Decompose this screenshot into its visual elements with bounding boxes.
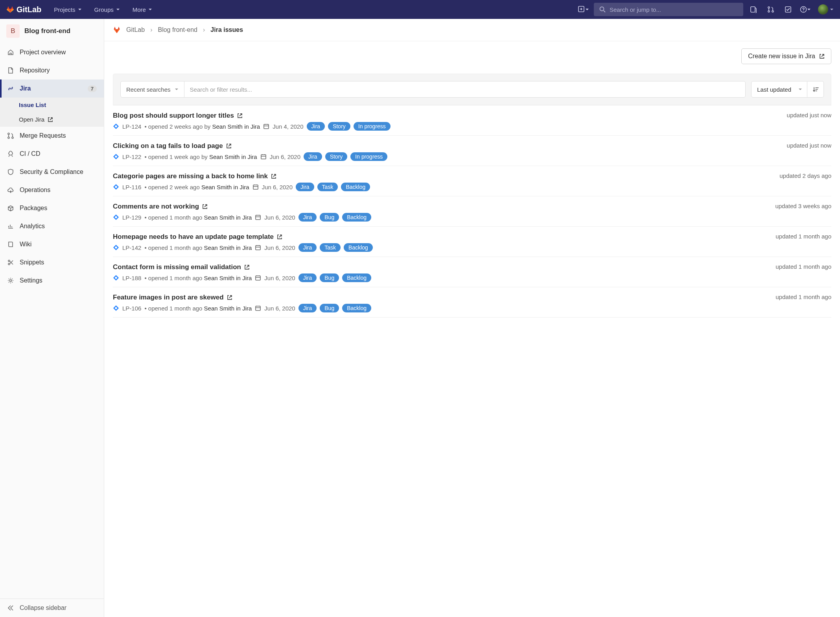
issue-tag[interactable]: Jira (298, 304, 317, 312)
issue-tag[interactable]: In progress (350, 152, 387, 161)
svg-point-12 (8, 263, 10, 265)
global-search[interactable] (594, 3, 743, 16)
sidebar-item-ci-cd[interactable]: CI / CD (0, 145, 104, 163)
issue-title-text: Comments are not working (113, 203, 199, 211)
issue-tag[interactable]: Story (325, 152, 348, 161)
sidebar-item-label: Analytics (20, 223, 45, 230)
issue-tag[interactable]: Task (317, 183, 338, 191)
sidebar-subitem-issue-list[interactable]: Issue List (0, 98, 104, 112)
nav-projects[interactable]: Projects (49, 0, 86, 19)
gitlab-tanuki-icon (6, 6, 14, 13)
main-content: GitLab › Blog front-end › Jira issues Cr… (104, 19, 840, 617)
sidebar-item-snippets[interactable]: Snippets (0, 253, 104, 272)
issue-key[interactable]: LP-129 (122, 214, 141, 221)
gitlab-logo[interactable]: GitLab (6, 5, 41, 14)
issue-tag[interactable]: Backlog (341, 183, 370, 191)
sidebar-item-label: CI / CD (20, 150, 40, 157)
todos-shortcut[interactable] (781, 0, 795, 19)
issue-tag[interactable]: Backlog (344, 243, 373, 252)
chevron-down-icon (116, 7, 120, 11)
create-jira-issue-button[interactable]: Create new issue in Jira (741, 48, 831, 64)
issue-tag[interactable]: Jira (296, 183, 314, 191)
issue-title-link[interactable]: Comments are not working (113, 203, 775, 211)
sidebar-item-analytics[interactable]: Analytics (0, 217, 104, 235)
svg-point-3 (768, 7, 770, 8)
recent-searches-dropdown[interactable]: Recent searches (120, 81, 184, 98)
crumb-project[interactable]: Blog front-end (158, 26, 197, 33)
sidebar-item-packages[interactable]: Packages (0, 199, 104, 217)
sidebar-item-jira[interactable]: Jira7 (0, 79, 104, 98)
sidebar-subitem-label: Issue List (19, 102, 46, 108)
crumb-root[interactable]: GitLab (126, 26, 145, 33)
issues-shortcut[interactable] (746, 0, 761, 19)
issue-tag[interactable]: Bug (320, 304, 339, 312)
nav-more[interactable]: More (128, 0, 157, 19)
plus-dropdown[interactable] (577, 0, 591, 19)
nav-groups-label: Groups (94, 6, 114, 13)
issue-title-link[interactable]: Clicking on a tag fails to load page (113, 142, 787, 150)
create-jira-issue-label: Create new issue in Jira (748, 53, 815, 60)
issue-tag[interactable]: Jira (304, 152, 322, 161)
issue-opened-text: • opened 2 week ago Sean Smith in Jira (144, 184, 249, 190)
global-search-input[interactable] (610, 6, 738, 13)
issue-title-link[interactable]: Contact form is missing email validation (113, 263, 776, 271)
user-menu[interactable] (816, 4, 834, 15)
issue-row: Homepage needs to have an update page te… (113, 227, 831, 257)
scissors-icon (7, 259, 14, 266)
svg-rect-34 (256, 306, 260, 310)
svg-point-9 (8, 137, 9, 139)
issue-key[interactable]: LP-142 (122, 244, 141, 251)
issue-key[interactable]: LP-106 (122, 305, 141, 312)
issue-tag[interactable]: Bug (320, 273, 339, 282)
project-name: Blog front-end (24, 27, 70, 35)
issue-tag[interactable]: Bug (320, 213, 339, 222)
issue-opened-text: • opened 2 weeks ago by Sean Smith in Ji… (144, 123, 260, 130)
issue-title-text: Homepage needs to have an update page te… (113, 233, 274, 241)
issue-tag[interactable]: Jira (307, 122, 325, 131)
sort-dropdown[interactable]: Last updated (751, 81, 807, 98)
project-header[interactable]: B Blog front-end (0, 19, 104, 43)
issue-key[interactable]: LP-122 (122, 153, 141, 160)
chart-icon (7, 223, 14, 230)
nav-more-label: More (133, 6, 146, 13)
external-link-icon (226, 143, 232, 149)
external-link-icon (48, 117, 53, 122)
sidebar-item-project-overview[interactable]: Project overview (0, 43, 104, 61)
sidebar-item-operations[interactable]: Operations (0, 181, 104, 199)
sidebar-item-merge-requests[interactable]: Merge Requests (0, 127, 104, 145)
nav-groups[interactable]: Groups (90, 0, 125, 19)
issue-tag[interactable]: In progress (354, 122, 391, 131)
chevron-down-icon (78, 7, 82, 11)
issue-tag[interactable]: Story (328, 122, 350, 131)
issue-title-link[interactable]: Categorie pages are missing a back to ho… (113, 172, 779, 180)
issue-tag[interactable]: Backlog (342, 304, 371, 312)
sidebar-item-security-compliance[interactable]: Security & Compliance (0, 163, 104, 181)
issue-tag[interactable]: Backlog (342, 213, 371, 222)
issue-row: Categorie pages are missing a back to ho… (113, 166, 831, 196)
issue-tag[interactable]: Jira (298, 273, 317, 282)
sort-direction-button[interactable] (807, 81, 824, 98)
collapse-sidebar[interactable]: Collapse sidebar (0, 599, 104, 617)
sidebar-subitem-open-jira[interactable]: Open Jira (0, 112, 104, 127)
issue-tag[interactable]: Jira (298, 213, 317, 222)
issue-key[interactable]: LP-124 (122, 123, 141, 130)
book-icon (7, 241, 14, 248)
issue-title-link[interactable]: Homepage needs to have an update page te… (113, 233, 776, 241)
issue-tag[interactable]: Backlog (342, 273, 371, 282)
issue-key[interactable]: LP-116 (122, 184, 141, 190)
issue-row: Blog post should support longer titles L… (113, 105, 831, 136)
mr-shortcut[interactable] (764, 0, 778, 19)
help-dropdown[interactable] (798, 0, 812, 19)
sidebar-item-repository[interactable]: Repository (0, 61, 104, 79)
sidebar-item-wiki[interactable]: Wiki (0, 235, 104, 253)
sidebar-item-settings[interactable]: Settings (0, 272, 104, 290)
issue-tag[interactable]: Jira (298, 243, 317, 252)
svg-rect-2 (751, 7, 755, 12)
issue-title-link[interactable]: Blog post should support longer titles (113, 112, 787, 120)
issue-date: Jun 6, 2020 (270, 153, 300, 160)
issue-key[interactable]: LP-188 (122, 275, 141, 281)
chevron-down-icon (175, 87, 179, 91)
issue-title-link[interactable]: Feature images in post are skewed (113, 294, 776, 301)
issue-filter-input[interactable] (184, 81, 746, 98)
issue-tag[interactable]: Task (320, 243, 341, 252)
